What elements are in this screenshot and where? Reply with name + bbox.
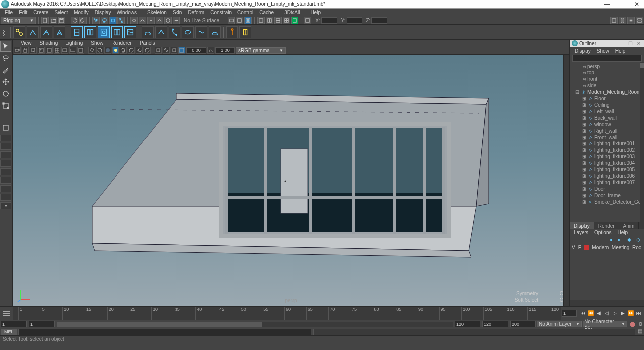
character-set-dropdown[interactable]: No Character Set▼ [583, 321, 627, 327]
panel-shading[interactable]: Shading [36, 40, 62, 46]
current-frame-input[interactable] [562, 310, 577, 317]
open-scene-icon[interactable] [50, 17, 57, 24]
outliner-menu-show[interactable]: Show [594, 48, 612, 54]
panel-renderer[interactable]: Renderer [107, 40, 136, 46]
outliner-min[interactable]: — [618, 41, 625, 46]
close-button[interactable]: ✕ [629, 0, 644, 9]
new-scene-icon[interactable] [41, 17, 49, 24]
time-slider[interactable]: 1510152025303540455055606570758085909510… [13, 307, 561, 320]
tree-cam-top[interactable]: top [570, 70, 644, 76]
tab-anim[interactable]: Anim [619, 222, 639, 229]
tree-backwall[interactable]: ⊞Back_wall [570, 115, 644, 121]
paint-select-icon[interactable] [109, 17, 117, 24]
wrap-icon[interactable] [182, 26, 194, 38]
panel-input-b[interactable] [215, 47, 235, 54]
pt-light[interactable] [112, 47, 119, 54]
viewport-scrollbar[interactable] [563, 55, 569, 306]
pt-2d[interactable] [46, 47, 53, 54]
chbox-options[interactable]: Options [591, 230, 614, 235]
layer-new-icon[interactable]: ◆ [627, 237, 633, 243]
select-tool[interactable] [0, 41, 11, 52]
menu-constrain[interactable]: Constrain [207, 10, 234, 15]
tree-doorframe[interactable]: ⊞Door_frame [570, 192, 644, 199]
play-back-icon[interactable]: ◁ [603, 310, 610, 317]
pt-isolate[interactable] [171, 47, 177, 54]
pt-filmgate[interactable] [61, 47, 68, 54]
view-single[interactable] [0, 135, 11, 141]
coord-y-input[interactable] [347, 17, 362, 24]
snap-grid-icon[interactable] [130, 17, 138, 24]
panel-view[interactable]: View [17, 40, 36, 46]
anim-layer-dropdown[interactable]: No Anim Layer▼ [537, 321, 582, 327]
lasso-icon[interactable] [101, 17, 108, 24]
layout4-icon[interactable] [283, 17, 290, 24]
panel-show[interactable]: Show [87, 40, 107, 46]
orient-joint-icon[interactable] [54, 26, 65, 38]
select-mode-icon[interactable] [92, 17, 100, 24]
go-start-icon[interactable]: ⏮ [580, 310, 586, 317]
ik-spline-icon[interactable] [40, 26, 52, 38]
layer-color-swatch[interactable] [584, 245, 589, 250]
menu-edit[interactable]: Edit [16, 10, 30, 15]
ik-handle-icon[interactable] [27, 26, 39, 38]
menu-control[interactable]: Control [234, 10, 256, 15]
range-end-outer[interactable] [482, 321, 508, 327]
outliner-filter[interactable] [572, 55, 642, 62]
toggle-tool-icon[interactable] [619, 17, 626, 24]
pt-tex[interactable] [104, 47, 111, 54]
view-5[interactable] [0, 168, 11, 175]
step-fwd-icon[interactable]: ▶ [619, 310, 626, 317]
range-start-outer[interactable] [1, 321, 27, 327]
redo-icon[interactable] [79, 17, 87, 24]
snap-point-icon[interactable] [147, 17, 155, 24]
nonlinear-icon[interactable] [209, 26, 221, 38]
toggle-mod-icon[interactable] [636, 17, 643, 24]
coord-x-input[interactable] [321, 17, 337, 24]
timeline-menu-icon[interactable] [0, 307, 13, 320]
tree-smoke[interactable]: ⊞Smoke_Detector_Gen [570, 199, 644, 205]
panel-input-a[interactable] [186, 47, 206, 54]
step-back-key-icon[interactable]: ⏪ [587, 310, 594, 317]
cluster-icon[interactable] [155, 26, 167, 38]
move-tool[interactable] [0, 76, 11, 87]
tree-light3[interactable]: ⊞lighting_fixture003 [570, 153, 644, 160]
construction-history-icon[interactable] [228, 17, 235, 24]
menu-file[interactable]: File [2, 10, 16, 15]
rotate-tool[interactable] [0, 88, 11, 99]
wire-icon[interactable] [195, 26, 207, 38]
layer-move-dn-icon[interactable]: ▸ [618, 237, 624, 243]
tree-root[interactable]: ⊟Modern_Meeting_Room_ [570, 89, 644, 95]
view-four[interactable] [0, 143, 11, 150]
make-live-icon[interactable] [173, 17, 180, 24]
script-editor-icon[interactable]: ▤ [636, 328, 643, 335]
bind-skin-icon[interactable] [71, 26, 83, 38]
lasso-tool[interactable] [0, 53, 11, 64]
pt-ao[interactable] [128, 47, 135, 54]
go-end-icon[interactable]: ⏭ [635, 310, 642, 317]
shelf-toggle-icon[interactable] [1, 26, 8, 38]
menu-cache[interactable]: Cache [256, 10, 277, 15]
tab-display[interactable]: Display [570, 222, 594, 229]
pt-xjoint[interactable] [163, 47, 170, 54]
pt-shadow[interactable] [120, 47, 127, 54]
layer-play[interactable]: P [578, 245, 582, 250]
paint-weights-icon[interactable] [98, 26, 110, 38]
menu-help[interactable]: Help [307, 10, 324, 15]
pt-wire[interactable] [88, 47, 95, 54]
render-frame-icon[interactable] [236, 17, 243, 24]
scale-tool[interactable] [0, 100, 11, 111]
outliner-menu-display[interactable]: Display [572, 48, 594, 54]
tree-ceiling[interactable]: ⊞Ceiling [570, 102, 644, 108]
pt-resgate[interactable] [69, 47, 76, 54]
tree-door[interactable]: ⊞Door [570, 186, 644, 192]
xyz-icon[interactable] [304, 17, 311, 24]
layout3-icon[interactable] [274, 17, 282, 24]
view-8[interactable] [0, 194, 11, 201]
cmd-lang-label[interactable]: MEL [1, 329, 17, 335]
layer-new-sel-icon[interactable]: ◇ [636, 237, 642, 243]
undo-icon[interactable] [71, 17, 78, 24]
module-dropdown[interactable]: Rigging▼ [1, 17, 36, 24]
snap-plane-icon[interactable] [156, 17, 163, 24]
layer-move-up-icon[interactable]: ◂ [609, 237, 615, 243]
layout5-icon[interactable] [291, 17, 298, 24]
